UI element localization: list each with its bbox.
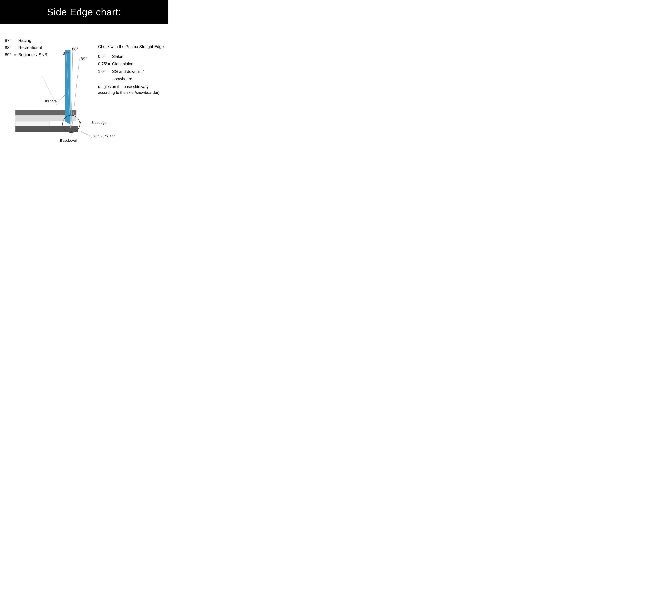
angle-label-87: 87° bbox=[63, 51, 69, 55]
angle-slalom: 0.5° = Slalom bbox=[98, 53, 165, 60]
angle-label-88: 88° bbox=[72, 47, 78, 51]
sideedge-label: Sideedge bbox=[91, 121, 106, 125]
page-title: Side Edge chart: bbox=[3, 6, 165, 18]
ski-layer-white bbox=[15, 121, 49, 126]
angle-sg: 1.0° = SG and downhill / bbox=[98, 68, 165, 75]
check-line: Check with the Prisma Straight Edge. bbox=[98, 43, 165, 50]
basebevel-angle-line1 bbox=[80, 131, 91, 137]
angle-label-89: 89° bbox=[81, 57, 87, 61]
angle-snowboard: snowboard bbox=[98, 75, 165, 83]
angle-list: 0.5° = Slalom 0.75°= Giant slalom 1.0° =… bbox=[98, 53, 165, 83]
blue-core-base bbox=[65, 119, 70, 125]
basebevel-label: Basebevel bbox=[60, 138, 77, 143]
right-text-panel: Check with the Prisma Straight Edge. 0.5… bbox=[98, 43, 165, 95]
ski-core-pointer-line bbox=[59, 95, 65, 101]
note-text: (angles on the base side vary according … bbox=[98, 84, 165, 95]
ski-layer-bottom bbox=[15, 126, 78, 132]
angle-gs: 0.75°= Giant slalom bbox=[98, 60, 165, 68]
page-header: Side Edge chart: bbox=[0, 0, 168, 24]
main-content: 87° = Racing 88° = Recreational 89° = Be… bbox=[0, 24, 168, 169]
basebevel-angle-label: 0,5° / 0,75° / 1° bbox=[93, 134, 115, 138]
basebevel-angle-line2 bbox=[81, 131, 92, 138]
